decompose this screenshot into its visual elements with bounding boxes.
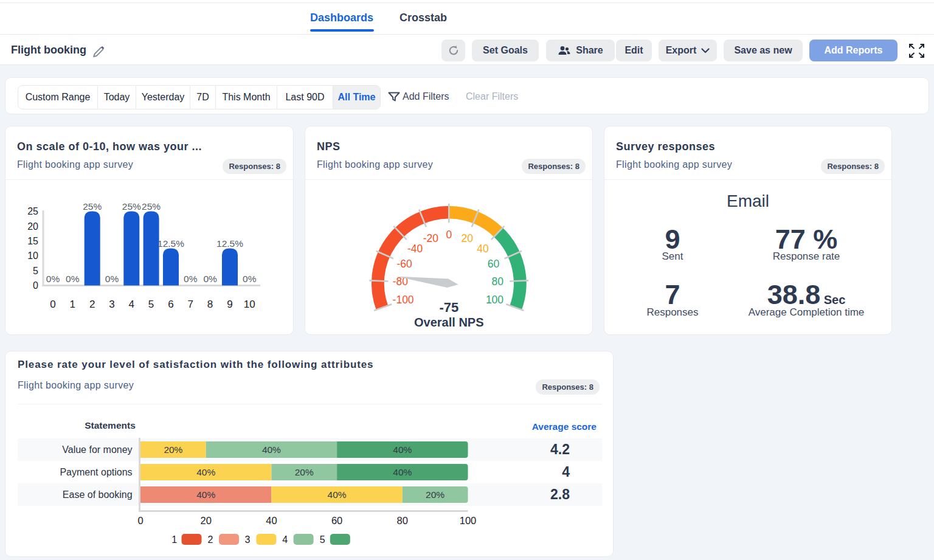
svg-text:25%: 25%	[142, 201, 161, 212]
svg-text:Overall NPS: Overall NPS	[414, 316, 484, 329]
svg-text:Value for money: Value for money	[62, 444, 132, 455]
svg-text:-20: -20	[423, 232, 439, 244]
svg-text:0%: 0%	[203, 274, 217, 284]
svg-text:2: 2	[89, 299, 95, 310]
svg-text:-40: -40	[407, 243, 423, 255]
svg-text:20%: 20%	[426, 489, 445, 500]
svg-text:Average score: Average score	[532, 421, 597, 432]
svg-text:3: 3	[109, 299, 114, 310]
svg-text:10: 10	[244, 299, 255, 310]
svg-text:0: 0	[33, 280, 38, 291]
svg-text:0: 0	[137, 515, 143, 526]
svg-text:9: 9	[227, 299, 232, 310]
svg-text:-60: -60	[397, 258, 413, 270]
svg-text:100: 100	[460, 515, 477, 526]
svg-text:25%: 25%	[83, 201, 102, 212]
svg-text:20%: 20%	[295, 467, 314, 477]
svg-text:7: 7	[188, 299, 193, 310]
svg-text:10: 10	[27, 251, 38, 261]
svg-text:25%: 25%	[122, 201, 141, 212]
svg-text:3: 3	[245, 534, 251, 545]
svg-text:5: 5	[33, 266, 38, 276]
svg-text:0: 0	[50, 299, 55, 310]
svg-text:6: 6	[168, 299, 173, 310]
svg-text:2.8: 2.8	[550, 486, 570, 502]
svg-text:4: 4	[282, 534, 288, 545]
svg-text:5: 5	[320, 534, 325, 545]
svg-text:40%: 40%	[196, 489, 215, 500]
svg-text:40%: 40%	[328, 489, 347, 500]
svg-text:40: 40	[477, 243, 489, 255]
svg-text:Statements: Statements	[85, 420, 136, 430]
svg-text:8: 8	[207, 299, 213, 310]
svg-text:0%: 0%	[184, 274, 198, 284]
svg-text:-75: -75	[439, 300, 458, 315]
svg-text:40%: 40%	[196, 467, 215, 477]
svg-text:40: 40	[266, 515, 277, 526]
svg-text:0%: 0%	[105, 274, 119, 284]
svg-text:2: 2	[208, 534, 213, 545]
svg-text:20: 20	[27, 221, 38, 232]
svg-text:1: 1	[70, 299, 75, 310]
svg-text:4: 4	[562, 464, 570, 480]
svg-text:4.2: 4.2	[550, 441, 570, 457]
svg-text:80: 80	[397, 515, 408, 526]
svg-text:40%: 40%	[393, 467, 412, 477]
svg-text:20: 20	[462, 232, 474, 244]
svg-text:12.5%: 12.5%	[216, 238, 243, 249]
svg-text:20: 20	[201, 515, 212, 526]
svg-text:5: 5	[148, 299, 154, 310]
svg-text:Ease of booking: Ease of booking	[63, 489, 133, 500]
svg-text:25: 25	[27, 206, 38, 216]
svg-text:0%: 0%	[66, 274, 80, 284]
svg-text:0%: 0%	[46, 274, 60, 284]
svg-text:100: 100	[486, 294, 503, 306]
svg-text:20%: 20%	[164, 444, 182, 455]
svg-text:40%: 40%	[262, 444, 281, 455]
svg-text:-100: -100	[393, 294, 414, 306]
svg-text:60: 60	[331, 515, 342, 526]
svg-text:0: 0	[446, 229, 452, 241]
svg-text:1: 1	[171, 534, 177, 545]
svg-text:12.5%: 12.5%	[157, 238, 184, 249]
svg-text:0%: 0%	[243, 274, 257, 284]
svg-text:60: 60	[488, 258, 500, 270]
svg-text:15: 15	[27, 236, 38, 246]
svg-text:Payment options: Payment options	[60, 467, 132, 477]
svg-text:80: 80	[492, 275, 504, 288]
svg-text:40%: 40%	[393, 444, 412, 455]
svg-text:4: 4	[129, 299, 134, 310]
